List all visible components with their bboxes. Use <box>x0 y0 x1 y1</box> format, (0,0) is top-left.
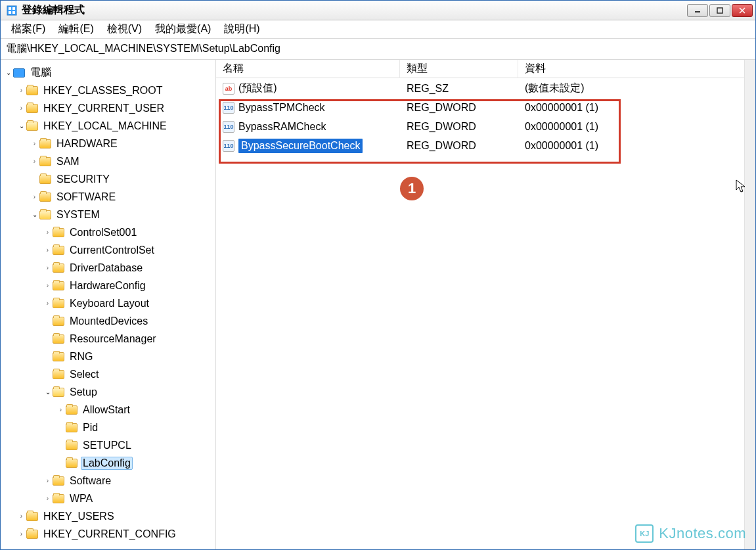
annotation-marker: 1 <box>400 177 424 200</box>
tree-node[interactable]: Pid <box>1 419 215 436</box>
watermark-text: KJnotes.com <box>659 525 746 542</box>
tree-node[interactable]: ›CurrentControlSet <box>1 241 215 259</box>
tree-node[interactable]: MountedDevices <box>1 312 215 330</box>
column-data[interactable]: 資料 <box>518 60 755 78</box>
tree-node-label: Keyboard Layout <box>68 297 151 310</box>
tree-node[interactable]: ›SAM <box>1 152 215 170</box>
collapse-icon[interactable]: ⌄ <box>16 121 26 131</box>
column-type[interactable]: 類型 <box>400 60 518 78</box>
tree-node-label: SAM <box>55 155 81 168</box>
folder-icon <box>53 317 64 326</box>
menu-edit[interactable]: 編輯(E) <box>52 20 100 38</box>
collapse-icon[interactable]: ⌄ <box>30 210 39 219</box>
folder-icon <box>26 86 38 95</box>
tree-node[interactable]: ›WPA <box>1 490 215 507</box>
tree-node[interactable]: ⌄HKEY_LOCAL_MACHINE <box>1 117 215 135</box>
folder-icon <box>39 175 51 184</box>
folder-icon <box>66 405 78 415</box>
svg-rect-3 <box>9 11 11 14</box>
expand-icon[interactable]: › <box>30 156 39 166</box>
tree-node[interactable]: Select <box>1 365 215 383</box>
window-title: 登錄編輯程式 <box>22 3 85 17</box>
app-icon <box>6 5 18 16</box>
value-list[interactable]: ab(預設值)REG_SZ(數值未設定)110BypassTPMCheckREG… <box>216 78 755 155</box>
tree-node-label: Setup <box>68 386 99 399</box>
menu-help[interactable]: 說明(H) <box>217 20 266 38</box>
tree-node[interactable]: ›Software <box>1 472 215 490</box>
value-name: (預設值) <box>238 81 277 95</box>
tree-node-label: ResourceManager <box>68 332 158 346</box>
value-row[interactable]: ab(預設值)REG_SZ(數值未設定) <box>216 79 755 98</box>
folder-icon <box>53 264 64 273</box>
tree-node[interactable]: ›Keyboard Layout <box>1 294 215 312</box>
value-type: REG_SZ <box>400 81 518 97</box>
vertical-scrollbar[interactable] <box>744 60 755 549</box>
tree-node[interactable]: ›HARDWARE <box>1 135 215 152</box>
tree-node-label: LabConfig <box>81 457 133 470</box>
column-name[interactable]: 名稱 <box>216 60 400 78</box>
collapse-icon[interactable]: ⌄ <box>3 68 13 78</box>
menu-view[interactable]: 檢視(V) <box>100 20 148 38</box>
collapse-icon[interactable]: ⌄ <box>43 387 53 397</box>
registry-tree[interactable]: ⌄電腦›HKEY_CLASSES_ROOT›HKEY_CURRENT_USER⌄… <box>1 60 216 549</box>
tree-node-label: HKEY_CURRENT_USER <box>41 102 166 115</box>
address-bar[interactable]: 電腦\HKEY_LOCAL_MACHINE\SYSTEM\Setup\LabCo… <box>1 39 755 60</box>
tree-node-label: HKEY_USERS <box>41 510 116 523</box>
tree-node[interactable]: ›ControlSet001 <box>1 223 215 241</box>
expand-icon[interactable]: › <box>16 511 26 521</box>
tree-node[interactable]: LabConfig <box>1 454 215 472</box>
tree-node[interactable]: ⌄Setup <box>1 383 215 401</box>
svg-rect-4 <box>12 11 15 14</box>
expand-icon[interactable]: › <box>43 245 53 255</box>
value-type: REG_DWORD <box>400 100 518 116</box>
folder-icon <box>53 388 64 397</box>
svg-rect-6 <box>717 8 723 13</box>
expand-icon[interactable]: › <box>16 103 26 113</box>
expand-icon[interactable]: › <box>16 529 26 539</box>
expand-icon[interactable]: › <box>43 263 53 273</box>
tree-node-label: SECURITY <box>55 173 112 186</box>
tree-node[interactable]: ›DriverDatabase <box>1 259 215 277</box>
expand-icon[interactable]: › <box>43 298 53 308</box>
value-row[interactable]: 110BypassTPMCheckREG_DWORD0x00000001 (1) <box>216 98 755 117</box>
close-button[interactable] <box>732 4 753 17</box>
tree-node[interactable]: SECURITY <box>1 170 215 188</box>
svg-rect-2 <box>12 7 15 10</box>
folder-icon <box>26 122 38 131</box>
expand-icon[interactable]: › <box>43 493 53 503</box>
tree-node[interactable]: ResourceManager <box>1 330 215 348</box>
tree-node[interactable]: ⌄SYSTEM <box>1 206 215 223</box>
tree-node-label: RNG <box>68 350 95 363</box>
value-name: BypassRAMCheck <box>238 121 326 133</box>
expand-icon[interactable]: › <box>43 281 53 290</box>
tree-node[interactable]: ›AllowStart <box>1 401 215 419</box>
tree-node[interactable]: ›HardwareConfig <box>1 277 215 294</box>
minimize-button[interactable] <box>687 4 708 17</box>
tree-node[interactable]: ›HKEY_CLASSES_ROOT <box>1 81 215 99</box>
expand-icon[interactable]: › <box>30 192 39 202</box>
menu-file[interactable]: 檔案(F) <box>5 20 52 38</box>
value-row[interactable]: 110BypassRAMCheckREG_DWORD0x00000001 (1) <box>216 117 755 136</box>
expand-icon[interactable]: › <box>30 139 39 149</box>
folder-icon <box>66 423 78 432</box>
tree-node[interactable]: ⌄電腦 <box>1 64 215 81</box>
tree-node[interactable]: ›HKEY_CURRENT_USER <box>1 99 215 117</box>
tree-node[interactable]: ›SOFTWARE <box>1 188 215 206</box>
menu-favorites[interactable]: 我的最愛(A) <box>148 20 217 38</box>
folder-icon <box>53 299 64 308</box>
tree-node[interactable]: ›HKEY_CURRENT_CONFIG <box>1 525 215 543</box>
tree-node[interactable]: SETUPCL <box>1 436 215 454</box>
dword-value-icon: 110 <box>223 140 234 152</box>
menu-bar: 檔案(F) 編輯(E) 檢視(V) 我的最愛(A) 說明(H) <box>1 20 755 39</box>
expand-icon[interactable]: › <box>43 227 53 237</box>
folder-icon <box>53 228 64 237</box>
expand-icon[interactable]: › <box>56 405 66 415</box>
tree-node[interactable]: ›HKEY_USERS <box>1 507 215 525</box>
expand-icon[interactable]: › <box>43 476 53 486</box>
tree-node[interactable]: RNG <box>1 348 215 365</box>
expand-icon[interactable]: › <box>16 85 26 95</box>
tree-node-label: DriverDatabase <box>68 262 145 275</box>
tree-node-label: MountedDevices <box>68 315 150 328</box>
value-row[interactable]: 110BypassSecureBootCheckREG_DWORD0x00000… <box>216 136 755 155</box>
maximize-button[interactable] <box>709 4 730 17</box>
